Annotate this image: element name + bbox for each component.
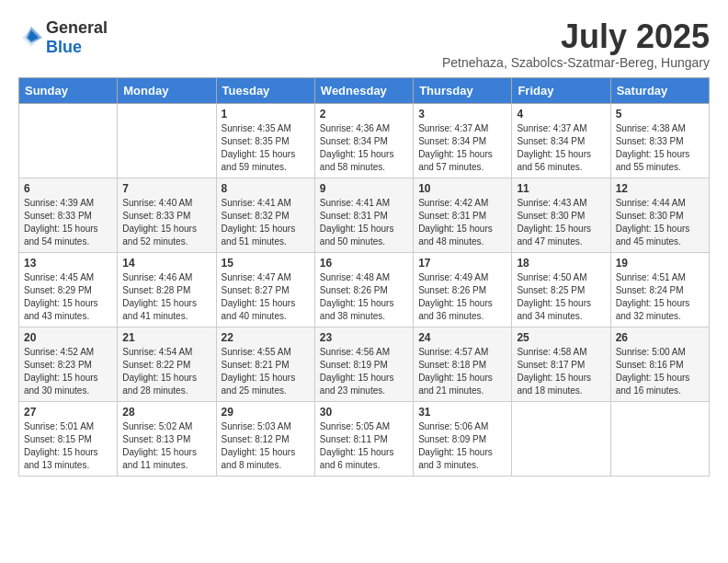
day-cell: 14Sunrise: 4:46 AM Sunset: 8:28 PM Dayli…: [118, 252, 216, 327]
day-cell: [19, 103, 118, 178]
day-cell: 26Sunrise: 5:00 AM Sunset: 8:16 PM Dayli…: [610, 327, 709, 401]
day-number: 28: [122, 406, 210, 419]
day-number: 8: [222, 182, 310, 195]
day-number: 20: [24, 331, 112, 344]
day-number: 15: [222, 257, 310, 270]
day-cell: 20Sunrise: 4:52 AM Sunset: 8:23 PM Dayli…: [19, 327, 118, 401]
day-info: Sunrise: 4:48 AM Sunset: 8:26 PM Dayligh…: [320, 271, 408, 323]
day-info: Sunrise: 4:37 AM Sunset: 8:34 PM Dayligh…: [517, 122, 605, 174]
column-header-wednesday: Wednesday: [314, 77, 413, 103]
column-header-monday: Monday: [118, 77, 216, 103]
day-cell: 1Sunrise: 4:35 AM Sunset: 8:35 PM Daylig…: [216, 103, 314, 178]
day-info: Sunrise: 4:38 AM Sunset: 8:33 PM Dayligh…: [616, 122, 704, 174]
day-number: 9: [320, 182, 408, 195]
day-info: Sunrise: 4:35 AM Sunset: 8:35 PM Dayligh…: [222, 122, 310, 174]
week-row-2: 6Sunrise: 4:39 AM Sunset: 8:33 PM Daylig…: [19, 178, 710, 252]
day-info: Sunrise: 5:02 AM Sunset: 8:13 PM Dayligh…: [122, 420, 210, 472]
day-info: Sunrise: 4:49 AM Sunset: 8:26 PM Dayligh…: [418, 271, 506, 323]
day-number: 11: [517, 182, 605, 195]
day-cell: 5Sunrise: 4:38 AM Sunset: 8:33 PM Daylig…: [610, 103, 709, 178]
logo-general: General: [46, 18, 108, 37]
day-info: Sunrise: 4:39 AM Sunset: 8:33 PM Dayligh…: [24, 197, 112, 248]
day-cell: 17Sunrise: 4:49 AM Sunset: 8:26 PM Dayli…: [414, 252, 512, 327]
day-cell: 27Sunrise: 5:01 AM Sunset: 8:15 PM Dayli…: [19, 401, 118, 476]
page-header: General Blue July 2025 Petnehaza, Szabol…: [18, 18, 710, 70]
column-header-tuesday: Tuesday: [216, 77, 314, 103]
logo-text: General Blue: [46, 18, 108, 57]
day-info: Sunrise: 5:06 AM Sunset: 8:09 PM Dayligh…: [418, 420, 506, 472]
month-title: July 2025: [442, 18, 710, 55]
day-info: Sunrise: 4:44 AM Sunset: 8:30 PM Dayligh…: [616, 197, 704, 248]
day-number: 2: [320, 108, 408, 121]
day-info: Sunrise: 4:51 AM Sunset: 8:24 PM Dayligh…: [616, 271, 704, 323]
day-cell: 24Sunrise: 4:57 AM Sunset: 8:18 PM Dayli…: [414, 327, 512, 401]
day-number: 21: [122, 331, 210, 344]
day-number: 25: [517, 331, 605, 344]
day-number: 6: [24, 182, 112, 195]
day-cell: 18Sunrise: 4:50 AM Sunset: 8:25 PM Dayli…: [512, 252, 610, 327]
day-number: 17: [418, 257, 506, 270]
day-number: 26: [616, 331, 704, 344]
day-info: Sunrise: 4:41 AM Sunset: 8:31 PM Dayligh…: [320, 197, 408, 248]
day-info: Sunrise: 4:37 AM Sunset: 8:34 PM Dayligh…: [418, 122, 506, 174]
day-info: Sunrise: 4:54 AM Sunset: 8:22 PM Dayligh…: [122, 346, 210, 397]
day-number: 7: [122, 182, 210, 195]
day-info: Sunrise: 5:00 AM Sunset: 8:16 PM Dayligh…: [616, 346, 704, 397]
day-cell: 3Sunrise: 4:37 AM Sunset: 8:34 PM Daylig…: [414, 103, 512, 178]
logo: General Blue: [18, 18, 108, 57]
day-number: 18: [517, 257, 605, 270]
day-cell: 15Sunrise: 4:47 AM Sunset: 8:27 PM Dayli…: [216, 252, 314, 327]
day-number: 14: [122, 257, 210, 270]
logo-blue: Blue: [46, 38, 82, 56]
day-number: 24: [418, 331, 506, 344]
week-row-3: 13Sunrise: 4:45 AM Sunset: 8:29 PM Dayli…: [19, 252, 710, 327]
day-cell: 31Sunrise: 5:06 AM Sunset: 8:09 PM Dayli…: [414, 401, 512, 476]
day-cell: 9Sunrise: 4:41 AM Sunset: 8:31 PM Daylig…: [314, 178, 413, 252]
day-cell: 2Sunrise: 4:36 AM Sunset: 8:34 PM Daylig…: [314, 103, 413, 178]
header-row: SundayMondayTuesdayWednesdayThursdayFrid…: [19, 77, 710, 103]
day-cell: [512, 401, 610, 476]
location-subtitle: Petnehaza, Szabolcs-Szatmar-Bereg, Hunga…: [442, 55, 710, 70]
day-number: 31: [418, 406, 506, 419]
day-cell: 25Sunrise: 4:58 AM Sunset: 8:17 PM Dayli…: [512, 327, 610, 401]
day-info: Sunrise: 4:46 AM Sunset: 8:28 PM Dayligh…: [122, 271, 210, 323]
day-cell: 6Sunrise: 4:39 AM Sunset: 8:33 PM Daylig…: [19, 178, 118, 252]
day-number: 3: [418, 108, 506, 121]
day-number: 22: [222, 331, 310, 344]
day-cell: 19Sunrise: 4:51 AM Sunset: 8:24 PM Dayli…: [610, 252, 709, 327]
column-header-thursday: Thursday: [414, 77, 512, 103]
day-info: Sunrise: 4:56 AM Sunset: 8:19 PM Dayligh…: [320, 346, 408, 397]
day-info: Sunrise: 4:50 AM Sunset: 8:25 PM Dayligh…: [517, 271, 605, 323]
day-cell: 11Sunrise: 4:43 AM Sunset: 8:30 PM Dayli…: [512, 178, 610, 252]
day-number: 16: [320, 257, 408, 270]
day-info: Sunrise: 4:42 AM Sunset: 8:31 PM Dayligh…: [418, 197, 506, 248]
day-number: 5: [616, 108, 704, 121]
day-cell: 21Sunrise: 4:54 AM Sunset: 8:22 PM Dayli…: [118, 327, 216, 401]
day-info: Sunrise: 4:47 AM Sunset: 8:27 PM Dayligh…: [222, 271, 310, 323]
day-info: Sunrise: 4:40 AM Sunset: 8:33 PM Dayligh…: [122, 197, 210, 248]
day-cell: 7Sunrise: 4:40 AM Sunset: 8:33 PM Daylig…: [118, 178, 216, 252]
logo-icon: [18, 25, 44, 51]
day-number: 19: [616, 257, 704, 270]
day-number: 10: [418, 182, 506, 195]
day-cell: 22Sunrise: 4:55 AM Sunset: 8:21 PM Dayli…: [216, 327, 314, 401]
week-row-5: 27Sunrise: 5:01 AM Sunset: 8:15 PM Dayli…: [19, 401, 710, 476]
day-number: 29: [222, 406, 310, 419]
day-cell: 30Sunrise: 5:05 AM Sunset: 8:11 PM Dayli…: [314, 401, 413, 476]
day-info: Sunrise: 4:52 AM Sunset: 8:23 PM Dayligh…: [24, 346, 112, 397]
day-number: 4: [517, 108, 605, 121]
day-info: Sunrise: 5:03 AM Sunset: 8:12 PM Dayligh…: [222, 420, 310, 472]
day-number: 30: [320, 406, 408, 419]
day-info: Sunrise: 4:36 AM Sunset: 8:34 PM Dayligh…: [320, 122, 408, 174]
day-cell: 10Sunrise: 4:42 AM Sunset: 8:31 PM Dayli…: [414, 178, 512, 252]
day-cell: [610, 401, 709, 476]
title-block: July 2025 Petnehaza, Szabolcs-Szatmar-Be…: [442, 18, 710, 70]
day-cell: [118, 103, 216, 178]
day-cell: 8Sunrise: 4:41 AM Sunset: 8:32 PM Daylig…: [216, 178, 314, 252]
day-info: Sunrise: 4:58 AM Sunset: 8:17 PM Dayligh…: [517, 346, 605, 397]
day-number: 27: [24, 406, 112, 419]
day-cell: 29Sunrise: 5:03 AM Sunset: 8:12 PM Dayli…: [216, 401, 314, 476]
column-header-saturday: Saturday: [610, 77, 709, 103]
day-cell: 16Sunrise: 4:48 AM Sunset: 8:26 PM Dayli…: [314, 252, 413, 327]
day-info: Sunrise: 4:41 AM Sunset: 8:32 PM Dayligh…: [222, 197, 310, 248]
